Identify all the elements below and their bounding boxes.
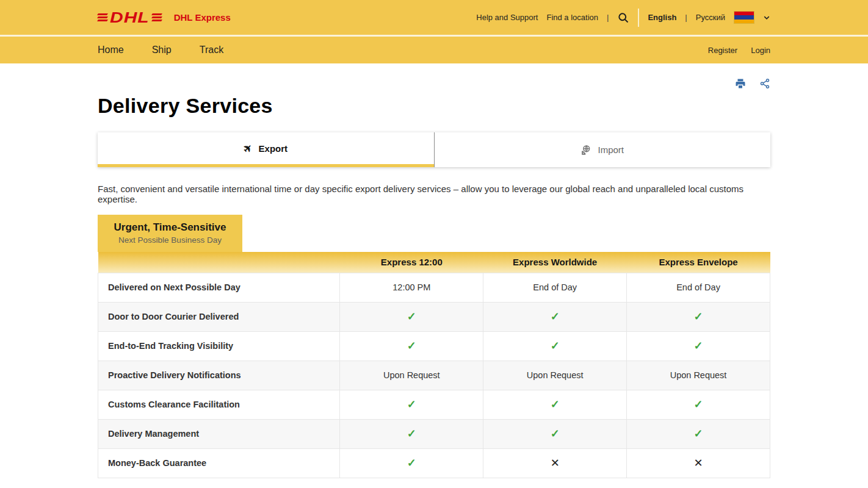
table-cell: ✓ — [483, 302, 627, 331]
badge-title: Urgent, Time-Sensitive — [104, 221, 236, 234]
row-label: Money-Back Guarantee — [98, 448, 340, 478]
pale-divider — [638, 9, 639, 27]
dhl-logo[interactable]: DHL — [98, 9, 162, 27]
brand-name: DHL Express — [174, 12, 231, 23]
check-icon: ✓ — [407, 428, 416, 440]
table-cell: ✓ — [340, 448, 483, 478]
table-cell: ✓ — [483, 419, 627, 448]
check-icon: ✓ — [694, 310, 703, 323]
table-row: End-to-End Tracking Visibility✓✓✓ — [98, 331, 770, 361]
table-cell: ✓ — [627, 302, 770, 331]
table-cell: ✓ — [340, 419, 483, 448]
row-label: Door to Door Courier Delivered — [98, 302, 340, 331]
table-cell: ✓ — [340, 302, 483, 331]
table-column-header: Express 12:00 — [340, 252, 483, 273]
tab-export[interactable]: ✈ Export — [98, 132, 434, 167]
table-row: Proactive Delivery NotificationsUpon Req… — [98, 361, 770, 390]
search-icon[interactable] — [617, 12, 629, 24]
print-icon[interactable] — [735, 78, 746, 89]
table-header: Express 12:00Express WorldwideExpress En… — [98, 252, 770, 273]
table-row: Delivery Management✓✓✓ — [98, 419, 770, 448]
tab-import-label: Import — [598, 145, 624, 155]
view-additional-details-link[interactable]: View Additional Service Details — [98, 486, 770, 488]
main-nav-bar: Home Ship Track Register Login — [0, 37, 868, 63]
nav-item-ship[interactable]: Ship — [152, 45, 172, 56]
page-title: Delivery Services — [98, 94, 770, 118]
nav-item-track[interactable]: Track — [200, 45, 223, 56]
tab-import[interactable]: Import — [434, 132, 771, 167]
table-row: Door to Door Courier Delivered✓✓✓ — [98, 302, 770, 331]
nav-item-home[interactable]: Home — [98, 45, 124, 56]
check-icon: ✓ — [407, 340, 416, 352]
row-label: Delivered on Next Possible Day — [98, 273, 340, 302]
table-cell: ✓ — [340, 331, 483, 361]
dhl-logo-text: DHL — [110, 10, 150, 25]
badge-subtitle: Next Possible Business Day — [104, 235, 236, 245]
table-cell: ✕ — [627, 448, 770, 478]
table-column-header: Express Worldwide — [483, 252, 627, 273]
check-icon: ✓ — [694, 340, 703, 352]
table-cell: ✓ — [627, 419, 770, 448]
brand: DHL DHL Express — [98, 9, 231, 27]
table-row: Customs Clearance Facilitation✓✓✓ — [98, 390, 770, 419]
find-location-link[interactable]: Find a location — [546, 13, 598, 22]
check-icon: ✓ — [407, 310, 416, 323]
table-cell: Upon Request — [483, 361, 627, 390]
service-category-badge: Urgent, Time-Sensitive Next Possible Bus… — [98, 215, 242, 252]
help-support-link[interactable]: Help and Support — [476, 13, 538, 22]
check-icon: ✓ — [407, 398, 416, 411]
main-content: Delivery Services ✈ Export Import Fast, … — [98, 78, 770, 488]
more-link-label: View Additional Service Details — [364, 486, 490, 488]
table-cell: End of Day — [483, 273, 627, 302]
services-comparison-table: Express 12:00Express WorldwideExpress En… — [98, 252, 770, 478]
row-label: End-to-End Tracking Visibility — [98, 331, 340, 361]
table-row: Delivered on Next Possible Day12:00 PMEn… — [98, 273, 770, 302]
check-icon: ✓ — [551, 428, 560, 440]
dhl-logo-lines-left — [98, 13, 107, 21]
tab-export-label: Export — [259, 143, 288, 154]
import-icon — [580, 145, 591, 156]
divider: | — [685, 13, 687, 22]
row-label: Delivery Management — [98, 419, 340, 448]
export-import-tabs: ✈ Export Import — [98, 132, 770, 167]
table-cell: Upon Request — [627, 361, 770, 390]
check-icon: ✓ — [551, 310, 560, 323]
armenia-flag-icon[interactable] — [734, 11, 754, 24]
cross-icon: ✕ — [551, 457, 560, 469]
auth-links: Register Login — [708, 46, 770, 55]
check-icon: ✓ — [694, 398, 703, 411]
language-russian[interactable]: Русский — [696, 13, 725, 22]
table-cell: 12:00 PM — [340, 273, 483, 302]
dhl-logo-lines-right — [152, 13, 162, 21]
share-icon[interactable] — [759, 78, 770, 89]
row-label: Proactive Delivery Notifications — [98, 361, 340, 390]
login-link[interactable]: Login — [751, 46, 770, 55]
top-header-bar: DHL DHL Express Help and Support Find a … — [0, 0, 868, 35]
table-column-header: Express Envelope — [627, 252, 770, 273]
table-cell: ✕ — [483, 448, 627, 478]
row-label: Customs Clearance Facilitation — [98, 390, 340, 419]
table-cell: ✓ — [627, 331, 770, 361]
check-icon: ✓ — [551, 340, 560, 352]
language-english[interactable]: English — [648, 13, 676, 22]
airplane-icon: ✈ — [241, 141, 256, 156]
table-cell: Upon Request — [340, 361, 483, 390]
table-header-empty-cell — [98, 252, 340, 273]
register-link[interactable]: Register — [708, 46, 737, 55]
page-actions — [98, 78, 770, 90]
chevron-down-icon[interactable] — [763, 14, 770, 21]
nav-links: Home Ship Track — [98, 45, 223, 56]
cross-icon: ✕ — [694, 457, 703, 469]
table-cell: ✓ — [483, 390, 627, 419]
check-icon: ✓ — [551, 398, 560, 411]
services-description: Fast, convenient and versatile internati… — [98, 184, 770, 204]
check-icon: ✓ — [694, 428, 703, 440]
table-cell: End of Day — [627, 273, 770, 302]
check-icon: ✓ — [407, 457, 416, 469]
divider: | — [607, 13, 609, 22]
table-cell: ✓ — [340, 390, 483, 419]
table-cell: ✓ — [483, 331, 627, 361]
table-row: Money-Back Guarantee✓✕✕ — [98, 448, 770, 478]
topbar-links: Help and Support Find a location | Engli… — [476, 9, 770, 27]
table-cell: ✓ — [627, 390, 770, 419]
